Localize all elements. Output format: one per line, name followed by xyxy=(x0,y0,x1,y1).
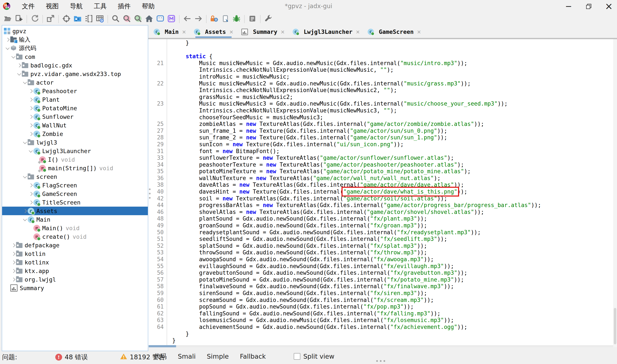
packages-button[interactable] xyxy=(73,14,82,24)
tree-item-Main()[interactable]: mMain() void xyxy=(2,224,148,232)
chevron-right-icon[interactable] xyxy=(28,193,33,195)
tree-item-Summary[interactable]: Summary xyxy=(2,284,148,292)
chevron-right-icon[interactable] xyxy=(5,38,10,41)
horizontal-scrollbar[interactable] xyxy=(148,345,613,347)
search-button[interactable] xyxy=(111,14,121,24)
back-button[interactable] xyxy=(182,14,192,24)
table-view-button[interactable] xyxy=(95,14,105,24)
menu-视图[interactable]: 视图 xyxy=(45,1,60,11)
chevron-down-icon[interactable] xyxy=(22,82,28,83)
open-file-button[interactable] xyxy=(3,14,13,24)
tree-item-ktx.app[interactable]: ktx.app xyxy=(2,267,148,275)
tab-close-icon[interactable]: × xyxy=(356,28,360,36)
chevron-right-icon[interactable] xyxy=(28,116,33,118)
chevron-right-icon[interactable] xyxy=(11,244,16,247)
vertical-scrollbar-thumb[interactable] xyxy=(614,308,616,344)
tab-close-icon[interactable]: × xyxy=(281,28,285,36)
chevron-down-icon[interactable] xyxy=(22,219,28,221)
m-badge-button[interactable] xyxy=(166,14,176,24)
tree-item-Assets[interactable]: cAssets xyxy=(2,207,148,215)
tree-item-GameScreen[interactable]: cGameScreen xyxy=(2,190,148,198)
tab-Summary[interactable]: Summary× xyxy=(237,26,289,38)
menu-插件[interactable]: 插件 xyxy=(117,1,132,11)
preferences-wrench-button[interactable] xyxy=(263,14,273,24)
chevron-down-icon[interactable] xyxy=(11,56,16,58)
chevron-down-icon[interactable] xyxy=(22,176,28,178)
tree-item-TitleScreen[interactable]: cTitleScreen xyxy=(2,198,148,207)
tree-item-screen[interactable]: screen xyxy=(2,172,148,181)
add-files-button[interactable] xyxy=(14,14,24,24)
tab-close-icon[interactable]: × xyxy=(417,28,421,36)
tree-item-gpvz[interactable]: gpvz xyxy=(2,27,148,35)
tab-close-icon[interactable]: × xyxy=(229,28,233,36)
tree-item-WallNut[interactable]: cWallNut xyxy=(2,121,148,130)
tab-Lwjgl3Launcher[interactable]: cLwjgl3Launcher× xyxy=(289,26,364,38)
minimize-button[interactable]: − xyxy=(564,2,573,11)
menu-文件[interactable]: 文件 xyxy=(21,1,36,11)
chevron-right-icon[interactable] xyxy=(28,98,33,101)
tree-item-I()[interactable]: mI() void xyxy=(2,155,148,164)
tree-item-源代码[interactable]: 源代码 xyxy=(2,44,148,52)
chevron-right-icon[interactable] xyxy=(11,278,16,281)
tree-item-org.lwjgl[interactable]: org.lwjgl xyxy=(2,275,148,284)
quark-preview-button[interactable] xyxy=(220,14,230,24)
tree-item-Peashooter[interactable]: cPeashooter xyxy=(2,87,148,95)
export-button[interactable] xyxy=(46,14,55,24)
tree-item-actor[interactable]: actor xyxy=(2,78,148,87)
chevron-right-icon[interactable] xyxy=(28,90,33,92)
chevron-right-icon[interactable] xyxy=(28,132,33,135)
tree-item-PotatoMine[interactable]: cPotatoMine xyxy=(2,104,148,112)
tree-item-Main[interactable]: cMain xyxy=(2,215,148,224)
view-tab-代码[interactable]: 代码 xyxy=(154,352,167,361)
tree-item-defpackage[interactable]: defpackage xyxy=(2,241,148,249)
debug-button[interactable] xyxy=(232,14,241,24)
view-tab-Fallback[interactable]: Fallback xyxy=(240,353,266,360)
menu-帮助[interactable]: 帮助 xyxy=(141,1,156,11)
tree-item-kotlinx[interactable]: kotlinx xyxy=(2,258,148,267)
deobfuscation-button[interactable] xyxy=(209,14,219,24)
tab-GameScreen[interactable]: cGameScreen× xyxy=(363,26,425,38)
tree-item-Plant[interactable]: cPlant xyxy=(2,95,148,104)
chevron-right-icon[interactable] xyxy=(28,124,33,127)
chevron-right-icon[interactable] xyxy=(11,252,16,255)
chevron-down-icon[interactable] xyxy=(28,150,33,152)
chevron-down-icon[interactable] xyxy=(16,73,22,75)
code-editor[interactable]: } static {21 Music musicNewMusic = Gdx.a… xyxy=(148,39,613,345)
chevron-right-icon[interactable] xyxy=(22,210,28,212)
class-search-button[interactable] xyxy=(133,14,143,24)
tree-item-FlagScreen[interactable]: cFlagScreen xyxy=(2,181,148,190)
close-button[interactable]: × xyxy=(604,2,613,11)
errors-badge[interactable]: ! 48 错误 xyxy=(55,353,88,362)
live-reload-target-button[interactable] xyxy=(62,14,71,24)
tree-item-com[interactable]: com xyxy=(2,52,148,61)
split-view-toggle[interactable]: Split view xyxy=(294,353,335,360)
chevron-down-icon[interactable] xyxy=(22,142,28,143)
horizontal-scrollbar-thumb[interactable] xyxy=(149,345,176,347)
tree-item-badlogic.gdx[interactable]: badlogic.gdx xyxy=(2,61,148,70)
tree-item-Zombie[interactable]: cZombie xyxy=(2,130,148,138)
comment-button[interactable] xyxy=(155,14,165,24)
tree-item-Lwjgl3Launcher[interactable]: cLwjgl3Launcher xyxy=(2,147,148,155)
tab-close-icon[interactable]: × xyxy=(182,28,186,36)
chevron-right-icon[interactable] xyxy=(11,261,16,264)
chevron-right-icon[interactable] xyxy=(11,270,16,272)
tree-item-create()[interactable]: mcreate() void xyxy=(2,232,148,241)
chevron-down-icon[interactable] xyxy=(5,47,10,49)
bottom-splitter-grip[interactable] xyxy=(376,360,385,362)
maximize-button[interactable] xyxy=(584,2,593,11)
menu-工具[interactable]: 工具 xyxy=(93,1,108,11)
tree-item-lwjgl3[interactable]: lwjgl3 xyxy=(2,138,148,147)
vertical-scrollbar[interactable] xyxy=(613,39,617,347)
flat-list-button[interactable] xyxy=(84,14,94,24)
reload-button[interactable] xyxy=(30,14,40,24)
tree-item-main(String[])[interactable]: mmain(String[]) void xyxy=(2,164,148,172)
menu-导航[interactable]: 导航 xyxy=(68,1,84,11)
tab-Main[interactable]: cMain× xyxy=(149,26,190,38)
tree-item-kotlin[interactable]: kotlin xyxy=(2,249,148,258)
forward-button[interactable] xyxy=(193,14,203,24)
text-search-button[interactable] xyxy=(122,14,132,24)
tab-Assets[interactable]: cAssets× xyxy=(190,26,237,38)
tree-item-输入[interactable]: 输入 xyxy=(2,35,148,44)
chevron-right-icon[interactable] xyxy=(28,201,33,204)
panel-splitter[interactable] xyxy=(148,25,151,351)
